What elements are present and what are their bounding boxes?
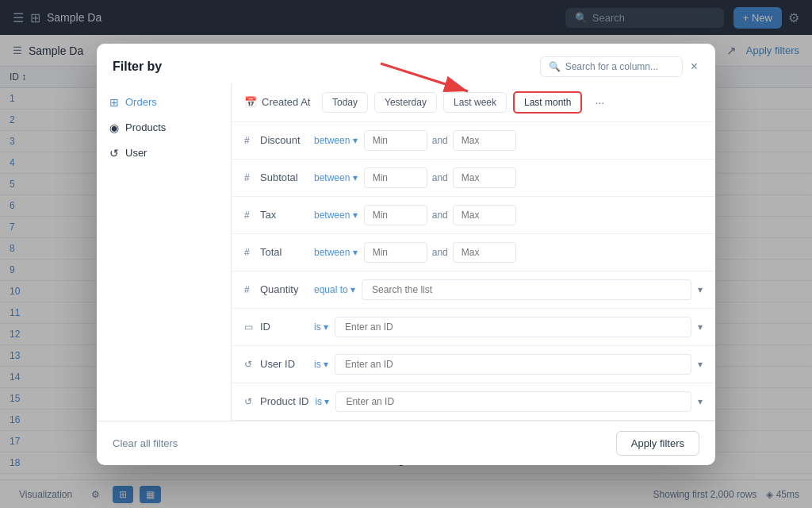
sidebar-item-user[interactable]: ↺ User [97, 140, 231, 166]
product-id-filter-row: ↺ Product ID is ▾ ▾ [232, 383, 715, 421]
quantity-operator[interactable]: equal to ▾ [314, 284, 355, 295]
and-text: and [432, 210, 448, 221]
numeric-icon: # [244, 210, 254, 221]
close-button[interactable]: × [689, 58, 699, 75]
subtotal-label: Subtotal [260, 171, 308, 183]
sidebar-item-products[interactable]: ◉ Products [97, 115, 231, 140]
id-filter-row: ▭ ID is ▾ ▾ [232, 309, 715, 346]
id-dropdown-icon[interactable]: ▾ [698, 321, 703, 333]
user-icon: ↺ [109, 147, 119, 160]
quantity-label: Quantity [260, 283, 308, 295]
modal-content: 📅 Created At Today Yesterday Last week L… [232, 83, 715, 421]
quantity-filter-row: # Quantity equal to ▾ ▾ [232, 271, 715, 309]
total-min[interactable] [364, 242, 427, 263]
modal-body: ⊞ Orders ◉ Products ↺ User [97, 83, 715, 421]
numeric-icon: # [244, 284, 254, 295]
last-week-button[interactable]: Last week [443, 92, 507, 113]
user-id-input[interactable] [335, 354, 691, 375]
products-icon: ◉ [109, 121, 119, 134]
product-id-icon: ↺ [244, 396, 254, 407]
product-id-input[interactable] [335, 391, 691, 412]
tax-label: Tax [260, 209, 308, 221]
modal-title: Filter by [113, 60, 162, 74]
tax-max[interactable] [453, 205, 516, 225]
today-button[interactable]: Today [322, 92, 368, 113]
total-max[interactable] [453, 242, 516, 263]
apply-filters-button[interactable]: Apply filters [616, 431, 699, 456]
subtotal-filter-row: # Subtotal between ▾ and [232, 160, 715, 197]
orders-icon: ⊞ [109, 96, 119, 109]
discount-operator[interactable]: between ▾ [314, 135, 358, 146]
product-id-dropdown-icon[interactable]: ▾ [698, 396, 703, 407]
id-operator[interactable]: is ▾ [314, 321, 328, 333]
tax-operator[interactable]: between ▾ [314, 210, 358, 221]
tax-inputs: and [364, 205, 703, 225]
id-label: ID [260, 321, 308, 333]
more-date-options-button[interactable]: ··· [588, 93, 611, 112]
total-filter-row: # Total between ▾ and [232, 234, 715, 271]
tax-filter-row: # Tax between ▾ and [232, 197, 715, 234]
sidebar-label-orders: Orders [125, 96, 157, 108]
and-text: and [432, 172, 448, 183]
id-icon: ▭ [244, 321, 254, 333]
created-at-filter-row: 📅 Created At Today Yesterday Last week L… [232, 83, 715, 122]
created-at-label: 📅 Created At [244, 96, 316, 108]
filter-modal: Filter by 🔍 Search for a column... × ⊞ O… [97, 44, 715, 465]
subtotal-max[interactable] [453, 167, 516, 188]
app-background: ☰ ⊞ Sample Da 🔍 Search + New ⚙ ☰ Sample … [0, 0, 812, 508]
product-id-label: Product ID [260, 395, 308, 407]
modal-overlay: Filter by 🔍 Search for a column... × ⊞ O… [0, 0, 812, 508]
search-icon: 🔍 [549, 61, 561, 72]
yesterday-button[interactable]: Yesterday [374, 92, 437, 113]
numeric-icon: # [244, 135, 254, 146]
column-search[interactable]: 🔍 Search for a column... [540, 56, 683, 77]
tax-min[interactable] [364, 205, 427, 225]
modal-footer: Clear all filters Apply filters [97, 421, 715, 465]
user-id-dropdown-icon[interactable]: ▾ [698, 359, 703, 370]
user-id-icon: ↺ [244, 359, 254, 370]
numeric-icon: # [244, 247, 254, 258]
discount-max[interactable] [453, 130, 516, 151]
user-id-filter-row: ↺ User ID is ▾ ▾ [232, 346, 715, 383]
and-text: and [432, 247, 448, 258]
modal-header-right: 🔍 Search for a column... × [540, 56, 699, 77]
sidebar-label-products: Products [125, 121, 166, 133]
id-input[interactable] [335, 317, 691, 337]
calendar-icon: 📅 [244, 96, 257, 108]
subtotal-min[interactable] [364, 167, 427, 188]
subtotal-inputs: and [364, 167, 703, 188]
discount-min[interactable] [364, 130, 427, 151]
subtotal-operator[interactable]: between ▾ [314, 172, 358, 183]
quantity-input[interactable] [362, 279, 691, 300]
discount-filter-row: # Discount between ▾ and [232, 122, 715, 160]
numeric-icon: # [244, 172, 254, 183]
total-inputs: and [364, 242, 703, 263]
quantity-dropdown-icon[interactable]: ▾ [698, 284, 703, 295]
modal-sidebar: ⊞ Orders ◉ Products ↺ User [97, 83, 232, 421]
product-id-operator[interactable]: is ▾ [315, 396, 329, 407]
modal-header: Filter by 🔍 Search for a column... × [97, 44, 715, 83]
last-month-button[interactable]: Last month [513, 91, 582, 114]
discount-inputs: and [364, 130, 703, 151]
user-id-operator[interactable]: is ▾ [314, 359, 328, 370]
sidebar-item-orders[interactable]: ⊞ Orders [97, 90, 231, 115]
and-text: and [432, 135, 448, 146]
clear-all-button[interactable]: Clear all filters [113, 437, 178, 449]
total-label: Total [260, 246, 308, 258]
user-id-label: User ID [260, 358, 308, 370]
total-operator[interactable]: between ▾ [314, 247, 358, 258]
discount-label: Discount [260, 134, 308, 146]
sidebar-label-user: User [125, 147, 147, 159]
